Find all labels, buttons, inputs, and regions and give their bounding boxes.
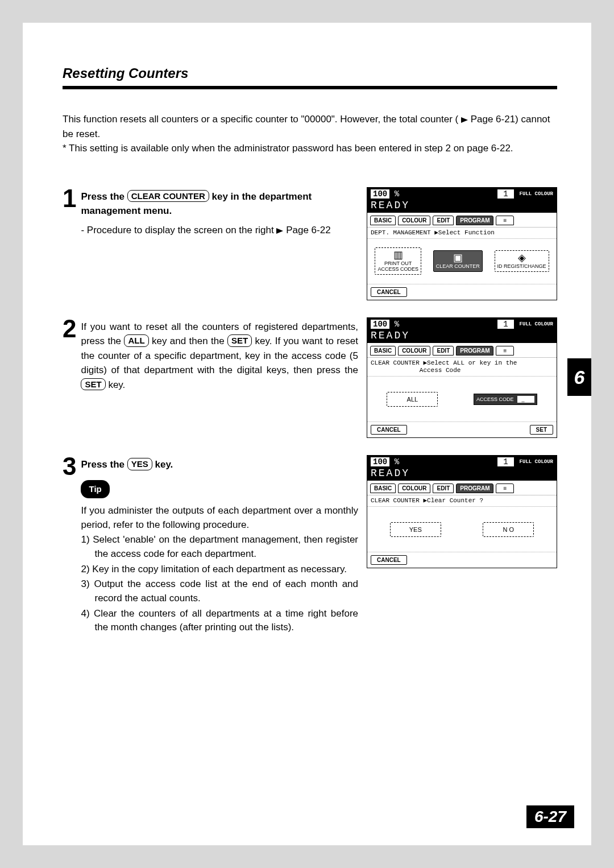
intro-note: * This setting is available only when th… — [63, 143, 513, 154]
counter-icon: ▣ — [436, 253, 480, 263]
step-1-sub-ref: Page 6-22 — [286, 225, 330, 235]
step-2: 2 If you want to reset all the counters … — [63, 317, 557, 438]
zoom-percent: 100 — [371, 189, 389, 199]
step-3-post: key. — [155, 459, 173, 470]
ready-status: READY — [371, 200, 553, 211]
tab-basic[interactable]: BASIC — [370, 216, 396, 225]
id-regist-change-button[interactable]: ◈ ID REGIST/CHANGE — [495, 250, 549, 272]
set-key-1: SET — [227, 334, 252, 347]
step-1-sub: - Procedure to display the screen on the… — [81, 225, 276, 235]
access-code-field[interactable]: ACCESS CODE _ — [474, 394, 537, 405]
full-colour-label: FULL COLOUR — [520, 459, 553, 465]
step-2-number: 2 — [63, 317, 76, 340]
printout-icon: ▥ — [377, 250, 418, 260]
tab-extra-icon[interactable]: ≡ — [496, 346, 514, 356]
step-3-pre: Press the — [81, 459, 127, 470]
zoom-percent: 100 — [371, 457, 389, 466]
tip-intro: If you administer the outputs of each de… — [81, 504, 358, 532]
tab-program[interactable]: PROGRAM — [456, 483, 493, 493]
screen-3: 100 % 1 FULL COLOUR READY BASIC COLOUR E… — [367, 455, 557, 568]
title-underline — [63, 86, 557, 89]
tab-program[interactable]: PROGRAM — [456, 346, 493, 356]
page-title: Resetting Counters — [63, 65, 557, 81]
percent-symbol: % — [395, 320, 399, 329]
step-1: 1 Press the CLEAR COUNTER key in the dep… — [63, 187, 557, 300]
all-key: ALL — [124, 334, 148, 347]
full-colour-label: FULL COLOUR — [520, 321, 553, 327]
tab-edit[interactable]: EDIT — [433, 346, 454, 356]
tab-basic[interactable]: BASIC — [370, 483, 396, 493]
ready-status: READY — [371, 468, 553, 479]
screen-2: 100 % 1 FULL COLOUR READY BASIC COLOUR E… — [367, 317, 557, 438]
btn-printout-l1: PRINT OUT — [384, 261, 412, 266]
zoom-percent: 100 — [371, 320, 389, 329]
percent-symbol: % — [395, 457, 399, 466]
screen-3-prompt: CLEAR COUNTER ▶Clear Counter ? — [367, 495, 557, 507]
copy-count: 1 — [497, 457, 513, 466]
screen-1-prompt: DEPT. MANAGEMENT ▶Select Function — [367, 228, 557, 239]
intro-block: This function resets all counters or a s… — [63, 112, 557, 156]
btn-clear-counter: CLEAR COUNTER — [436, 263, 480, 269]
print-out-access-codes-button[interactable]: ▥ PRINT OUT ACCESS CODES — [375, 247, 421, 275]
clear-counter-key: CLEAR COUNTER — [127, 190, 209, 202]
step-2-t4: key. — [108, 379, 125, 390]
tab-colour[interactable]: COLOUR — [398, 346, 430, 356]
btn-printout-l2: ACCESS CODES — [377, 266, 418, 272]
cancel-button[interactable]: CANCEL — [371, 555, 407, 565]
yes-button[interactable]: YES — [390, 522, 441, 537]
id-card-icon: ◈ — [497, 253, 546, 263]
full-colour-label: FULL COLOUR — [520, 191, 553, 197]
step-3: 3 Press the YES key. Tip If you administ… — [63, 455, 557, 635]
tab-colour[interactable]: COLOUR — [398, 216, 430, 225]
copy-count: 1 — [497, 320, 513, 329]
tip-badge: Tip — [81, 480, 109, 499]
access-code-label: ACCESS CODE — [476, 396, 514, 402]
tab-edit[interactable]: EDIT — [433, 216, 454, 225]
tab-colour[interactable]: COLOUR — [398, 483, 430, 493]
set-button[interactable]: SET — [530, 425, 553, 435]
tab-extra-icon[interactable]: ≡ — [496, 483, 514, 493]
screen-1: 100 % 1 FULL COLOUR READY BASIC COLOUR E… — [367, 187, 557, 300]
set-key-2: SET — [81, 378, 105, 391]
page-number: 6-27 — [526, 805, 574, 828]
step-2-t2: key and then the — [152, 336, 227, 346]
intro-text-1: This function resets all counters or a s… — [63, 114, 458, 125]
chapter-tab: 6 — [567, 358, 591, 396]
step-1-number: 1 — [63, 187, 76, 210]
access-code-input[interactable]: _ — [517, 396, 534, 403]
clear-counter-button[interactable]: ▣ CLEAR COUNTER — [433, 250, 483, 272]
btn-id-regist: ID REGIST/CHANGE — [497, 263, 546, 269]
all-button[interactable]: ALL — [387, 392, 438, 407]
tip-item-4: 4) Clear the counters of all departments… — [81, 607, 358, 635]
screen-2-prompt: CLEAR COUNTER ▶Select ALL or key in the … — [367, 358, 557, 377]
step-3-number: 3 — [63, 455, 76, 478]
tip-item-1: 1) Select 'enable' on the department man… — [81, 533, 358, 561]
cancel-button[interactable]: CANCEL — [371, 425, 407, 435]
arrow-right-icon — [461, 117, 468, 123]
tab-edit[interactable]: EDIT — [433, 483, 454, 493]
step-1-text-pre: Press the — [81, 191, 127, 202]
tab-program[interactable]: PROGRAM — [456, 216, 493, 225]
tip-item-3: 3) Output the access code list at the en… — [81, 577, 358, 605]
copy-count: 1 — [497, 189, 513, 199]
yes-key: YES — [127, 458, 152, 470]
percent-symbol: % — [395, 189, 399, 199]
tip-item-2: 2) Key in the copy limitation of each de… — [81, 563, 358, 577]
no-button[interactable]: N O — [483, 522, 534, 537]
ready-status: READY — [371, 330, 553, 341]
tab-basic[interactable]: BASIC — [370, 346, 396, 356]
arrow-right-icon — [276, 228, 283, 234]
tab-extra-icon[interactable]: ≡ — [496, 216, 514, 225]
cancel-button[interactable]: CANCEL — [371, 287, 407, 297]
